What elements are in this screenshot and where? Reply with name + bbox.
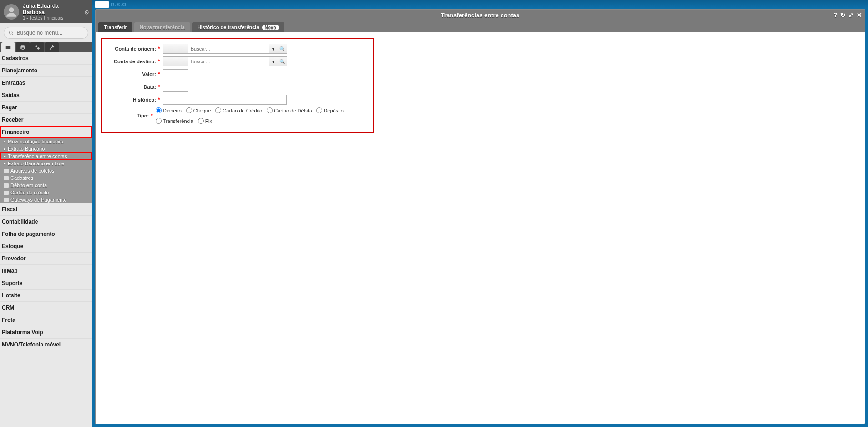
radio-deposito[interactable]: Depósito (316, 107, 343, 113)
logo-icon (95, 1, 109, 8)
menu-planejamento[interactable]: Planejamento (0, 65, 92, 77)
search-icon[interactable]: 🔍 (278, 44, 287, 54)
sidebar-toolbar (0, 42, 92, 52)
search-icon (9, 30, 14, 36)
form-area: Conta de origem: * ▾ 🔍 Conta de destino:… (96, 32, 865, 139)
folder-icon (4, 176, 9, 180)
toolbar-tab-cards[interactable] (1, 42, 15, 52)
svg-point-0 (9, 7, 14, 12)
menu-pagar[interactable]: Pagar (0, 102, 92, 114)
folder-icon (4, 191, 9, 195)
avatar (4, 4, 19, 20)
combo-origem-input[interactable] (188, 44, 269, 54)
menu-entradas[interactable]: Entradas (0, 77, 92, 89)
sub-transferencia[interactable]: ▸Transferência entre contas (0, 152, 92, 160)
main: R.S.O Transferências entre contas ? ↻ ⤢ … (92, 0, 868, 427)
sub-mov-financeira[interactable]: ▸Movimentação financeira (0, 138, 92, 145)
chevron-right-icon: ▸ (4, 139, 6, 144)
chevron-down-icon[interactable]: ▾ (269, 56, 278, 66)
required-mark: * (158, 71, 160, 77)
refresh-icon[interactable]: ↻ (840, 11, 846, 19)
sidebar-menu: Cadastros Planejamento Entradas Saídas P… (0, 52, 92, 427)
chevron-right-icon: ▸ (4, 161, 6, 166)
svg-rect-3 (6, 46, 11, 49)
radio-dinheiro[interactable]: Dinheiro (156, 107, 182, 113)
menu-estoque[interactable]: Estoque (0, 240, 92, 253)
badge-novo: Novo (262, 25, 279, 30)
toolbar-tab-wrench[interactable] (45, 42, 59, 52)
menu-hotsite[interactable]: Hotsite (0, 290, 92, 302)
radio-cartao-debito[interactable]: Cartão de Débito (267, 107, 312, 113)
menu-voip[interactable]: Plataforma Voip (0, 326, 92, 339)
label-data: Data: (108, 84, 158, 90)
tab-transferir[interactable]: Transferir (98, 22, 132, 32)
menu-frota[interactable]: Frota (0, 314, 92, 326)
menu-provedor[interactable]: Provedor (0, 253, 92, 265)
logout-icon[interactable]: ⎋ (85, 8, 88, 15)
expand-icon[interactable]: ⤢ (848, 11, 854, 19)
combo-destino-prefix[interactable] (163, 56, 188, 66)
label-conta-origem: Conta de origem: (108, 46, 158, 51)
menu-fiscal[interactable]: Fiscal (0, 203, 92, 216)
toolbar-tab-print[interactable] (16, 42, 30, 52)
combo-destino-input[interactable] (188, 56, 269, 66)
menu-saidas[interactable]: Saídas (0, 89, 92, 102)
svg-point-4 (35, 45, 37, 47)
input-data[interactable] (163, 82, 188, 92)
required-mark: * (158, 84, 160, 90)
input-historico[interactable] (163, 95, 287, 105)
topbar: R.S.O (92, 0, 868, 8)
svg-line-2 (12, 33, 13, 35)
radio-cheque[interactable]: Cheque (186, 107, 211, 113)
required-mark: * (158, 58, 160, 65)
radio-cartao-credito[interactable]: Cartão de Crédito (215, 107, 262, 113)
label-tipo: Tipo: (108, 113, 151, 118)
radio-group-tipo: Dinheiro Cheque Cartão de Crédito Cartão… (156, 107, 367, 124)
toolbar-tab-gears[interactable] (30, 42, 44, 52)
folder-icon (4, 169, 9, 173)
panel-tabs: Transferir Nova transferência Histórico … (96, 21, 865, 32)
user-info: Julia Eduarda Barbosa 1 - Testes Princip… (23, 3, 81, 20)
input-valor[interactable] (163, 69, 188, 79)
menu-receber[interactable]: Receber (0, 114, 92, 126)
menu-financeiro[interactable]: Financeiro (0, 126, 92, 138)
panel-title: Transferências entre contas (441, 12, 520, 19)
combo-origem-prefix[interactable] (163, 44, 188, 54)
radio-pix[interactable]: Pix (198, 118, 212, 124)
search-icon[interactable]: 🔍 (278, 56, 287, 66)
menu-folha[interactable]: Folha de pagamento (0, 228, 92, 240)
label-conta-destino: Conta de destino: (108, 59, 158, 64)
tab-nova-transferencia[interactable]: Nova transferência (134, 22, 190, 32)
folder-icon (4, 183, 9, 188)
required-mark: * (158, 97, 160, 103)
user-name: Julia Eduarda Barbosa (23, 3, 81, 15)
search-input[interactable] (17, 30, 83, 36)
menu-mvno[interactable]: MVNO/Telefonia móvel (0, 339, 92, 351)
sub-arquivos-boletos[interactable]: Arquivos de boletos (0, 167, 92, 174)
logo-text: R.S.O (111, 2, 127, 7)
sub-cadastros[interactable]: Cadastros (0, 174, 92, 182)
close-icon[interactable]: ✕ (857, 11, 862, 19)
tab-historico[interactable]: Histórico de transferência Novo (192, 22, 284, 32)
panel: Transferências entre contas ? ↻ ⤢ ✕ Tran… (95, 9, 865, 424)
menu-suporte[interactable]: Suporte (0, 277, 92, 290)
label-valor: Valor: (108, 71, 158, 77)
radio-transferencia[interactable]: Transferência (156, 118, 193, 124)
required-mark: * (151, 112, 153, 119)
sub-gateways[interactable]: Gateways de Pagamento (0, 196, 92, 203)
menu-crm[interactable]: CRM (0, 302, 92, 314)
user-sub: 1 - Testes Principais (23, 15, 81, 20)
sub-extrato-lote[interactable]: ▸Extrato Bancário em Lote (0, 160, 92, 167)
menu-cadastros[interactable]: Cadastros (0, 52, 92, 65)
menu-financeiro-sub: ▸Movimentação financeira ▸Extrato Bancár… (0, 138, 92, 203)
required-mark: * (158, 46, 160, 52)
help-icon[interactable]: ? (833, 11, 838, 19)
sub-debito-conta[interactable]: Débito em conta (0, 182, 92, 189)
label-historico: Histórico: (108, 97, 158, 102)
chevron-down-icon[interactable]: ▾ (269, 44, 278, 54)
sub-extrato-bancario[interactable]: ▸Extrato Bancário (0, 145, 92, 152)
search-box[interactable] (4, 27, 88, 39)
menu-contabilidade[interactable]: Contabilidade (0, 216, 92, 228)
menu-inmap[interactable]: InMap (0, 265, 92, 277)
sub-cartao-credito[interactable]: Cartão de crédito (0, 189, 92, 196)
